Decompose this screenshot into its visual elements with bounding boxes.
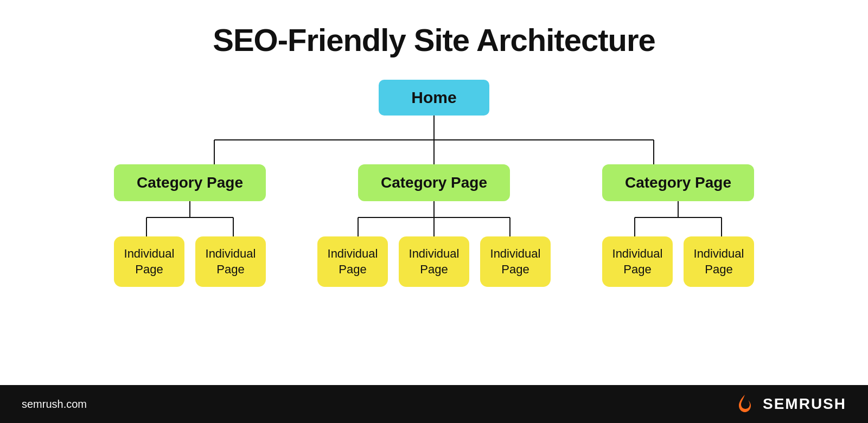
center-individuals-row: IndividualPage IndividualPage Individual…: [317, 236, 551, 287]
home-connector-svg: [68, 116, 800, 164]
home-to-categories-connector: [68, 116, 800, 164]
footer: semrush.com SEMRUSH: [0, 385, 868, 423]
individual-node-center-1: IndividualPage: [317, 236, 388, 287]
individual-node-right-1: IndividualPage: [602, 236, 673, 287]
main-content: SEO-Friendly Site Architecture Home: [0, 0, 868, 385]
semrush-logo-icon: [733, 393, 756, 415]
individual-node-center-2: IndividualPage: [399, 236, 469, 287]
category-col-center: Category Page IndividualPage IndividualP…: [312, 164, 556, 287]
footer-brand: SEMRUSH: [733, 393, 846, 415]
footer-url: semrush.com: [22, 398, 87, 411]
individual-node-left-2: IndividualPage: [195, 236, 266, 287]
individual-node-left-1: IndividualPage: [114, 236, 184, 287]
center-cat-connector-svg: [317, 201, 551, 236]
right-individuals-row: IndividualPage IndividualPage: [602, 236, 754, 287]
page-title: SEO-Friendly Site Architecture: [213, 22, 655, 58]
right-cat-connector-svg: [594, 201, 762, 236]
left-cat-connector-svg: [106, 201, 274, 236]
categories-row: Category Page IndividualPage IndividualP…: [68, 164, 800, 287]
individual-node-right-2: IndividualPage: [684, 236, 754, 287]
home-node: Home: [379, 80, 489, 116]
site-architecture-diagram: Home Category Page: [0, 80, 868, 287]
individual-node-center-3: IndividualPage: [480, 236, 551, 287]
footer-brand-text: SEMRUSH: [763, 395, 846, 413]
category-node-right: Category Page: [602, 164, 754, 201]
category-node-center: Category Page: [358, 164, 510, 201]
category-col-left: Category Page IndividualPage IndividualP…: [68, 164, 312, 287]
category-col-right: Category Page IndividualPage IndividualP…: [556, 164, 800, 287]
category-node-left: Category Page: [114, 164, 266, 201]
left-individuals-row: IndividualPage IndividualPage: [114, 236, 266, 287]
